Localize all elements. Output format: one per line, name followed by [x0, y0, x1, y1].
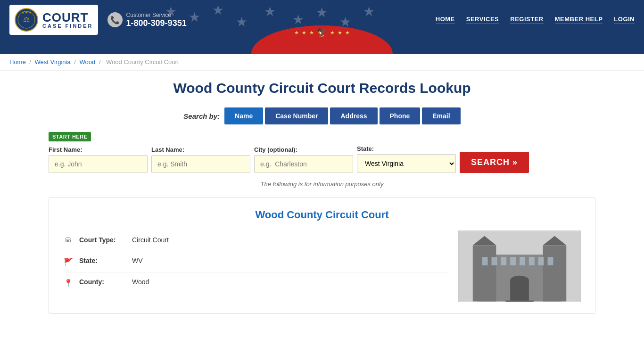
court-info-left: 🏛 Court Type: Circuit Court 🚩 State: WV …	[63, 230, 449, 302]
tab-address[interactable]: Address	[330, 107, 377, 124]
svg-rect-15	[529, 257, 535, 265]
star-deco: ★	[264, 4, 276, 19]
court-info-layout: 🏛 Court Type: Circuit Court 🚩 State: WV …	[63, 230, 581, 302]
logo-emblem-icon: ⚖ ★ ★ ★	[14, 8, 39, 32]
breadcrumb-sep-3: /	[99, 58, 102, 66]
eagle-stars: ★ ★ ★ 🦅 ★ ★ ★	[294, 27, 350, 38]
svg-rect-20	[505, 300, 534, 302]
star-deco: ★	[316, 5, 328, 20]
page-title: Wood County Circuit Court Records Lookup	[49, 80, 595, 96]
search-by-label: Search by:	[183, 112, 220, 120]
search-form-container: START HERE First Name: Last Name: City (…	[49, 132, 595, 173]
court-county-label: County:	[79, 278, 126, 286]
svg-point-19	[510, 276, 529, 285]
tab-name[interactable]: Name	[224, 107, 263, 124]
star-deco: ★	[363, 4, 375, 19]
search-by-row: Search by: Name Case Number Address Phon…	[49, 107, 595, 124]
svg-rect-17	[548, 257, 553, 265]
svg-rect-16	[538, 257, 544, 265]
breadcrumb-county[interactable]: Wood	[80, 58, 96, 66]
city-group: City (optional):	[254, 146, 353, 173]
search-form: First Name: Last Name: City (optional): …	[49, 145, 595, 173]
nav-member-help[interactable]: MEMBER HELP	[555, 16, 603, 24]
svg-rect-6	[473, 245, 496, 301]
svg-rect-12	[501, 257, 506, 265]
star-left-3: ★	[309, 30, 314, 36]
state-label: State:	[357, 145, 456, 152]
search-tabs: Name Case Number Address Phone Email	[224, 107, 461, 124]
tab-case-number[interactable]: Case Number	[265, 107, 328, 124]
nav-home[interactable]: HOME	[436, 16, 455, 24]
breadcrumb-state[interactable]: West Virginia	[35, 58, 71, 66]
star-deco: ★	[292, 12, 304, 27]
svg-rect-11	[491, 257, 497, 265]
eagle-banner: ★ ★ ★ 🦅 ★ ★ ★	[0, 40, 644, 54]
last-name-input[interactable]	[151, 155, 250, 173]
nav-register[interactable]: REGISTER	[510, 16, 543, 24]
city-input[interactable]	[254, 155, 353, 173]
star-right-1: ★	[330, 30, 335, 36]
breadcrumb-current: Wood County Circuit Court	[106, 58, 179, 66]
court-card: Wood County Circuit Court 🏛 Court Type: …	[49, 197, 595, 314]
map-icon: 📍	[63, 279, 74, 288]
cs-info: Customer Service 1-800-309-9351	[126, 12, 187, 28]
search-button[interactable]: SEARCH »	[460, 152, 529, 173]
building-svg	[459, 231, 580, 302]
breadcrumb: Home / West Virginia / Wood / Wood Count…	[0, 54, 644, 71]
logo-text: COURT CASE FINDER	[42, 11, 93, 29]
star-left-2: ★	[302, 30, 306, 36]
cs-phone: 1-800-309-9351	[126, 18, 187, 28]
city-label: City (optional):	[254, 146, 353, 153]
svg-rect-10	[482, 257, 488, 265]
court-state-value: WV	[132, 257, 143, 264]
first-name-label: First Name:	[49, 146, 148, 153]
nav-services[interactable]: SERVICES	[466, 16, 499, 24]
star-right-2: ★	[338, 30, 342, 36]
svg-rect-7	[543, 245, 567, 301]
state-select[interactable]: West Virginia	[357, 154, 456, 173]
start-here-badge: START HERE	[49, 132, 91, 141]
first-name-input[interactable]	[49, 155, 148, 173]
court-county-row: 📍 County: Wood	[63, 272, 449, 293]
svg-text:⚖: ⚖	[23, 16, 30, 24]
star-deco: ★	[212, 2, 224, 18]
flag-icon: 🚩	[63, 257, 74, 266]
last-name-label: Last Name:	[151, 146, 250, 153]
court-type-value: Circuit Court	[132, 236, 169, 244]
header-left: ⚖ ★ ★ ★ COURT CASE FINDER 📞 Customer Ser…	[9, 5, 187, 35]
star-deco: ★	[236, 14, 248, 30]
last-name-group: Last Name:	[151, 146, 250, 173]
breadcrumb-sep-2: /	[74, 58, 77, 66]
logo-court-label: COURT	[42, 11, 93, 24]
svg-text:★ ★ ★: ★ ★ ★	[21, 11, 32, 14]
breadcrumb-home[interactable]: Home	[9, 58, 26, 66]
court-state-label: State:	[79, 257, 126, 264]
court-county-value: Wood	[132, 278, 149, 286]
cs-label: Customer Service	[126, 12, 187, 18]
main-content: Wood County Circuit Court Records Lookup…	[39, 71, 605, 323]
first-name-group: First Name:	[49, 146, 148, 173]
breadcrumb-sep-1: /	[29, 58, 33, 66]
court-type-row: 🏛 Court Type: Circuit Court	[63, 230, 449, 251]
state-group: State: West Virginia	[357, 145, 456, 173]
phone-icon: 📞	[107, 12, 123, 27]
star-left-1: ★	[294, 30, 299, 36]
customer-service: 📞 Customer Service 1-800-309-9351	[107, 12, 187, 28]
star-deco: ★	[189, 9, 200, 25]
svg-rect-14	[520, 257, 525, 265]
tab-phone[interactable]: Phone	[380, 107, 421, 124]
court-building-image	[458, 230, 581, 302]
star-right-3: ★	[345, 30, 350, 36]
main-nav: HOME SERVICES REGISTER MEMBER HELP LOGIN	[436, 16, 635, 24]
court-type-label: Court Type:	[79, 236, 126, 244]
logo-case-finder-label: CASE FINDER	[42, 24, 93, 29]
svg-rect-13	[510, 257, 516, 265]
eagle-icon: 🦅	[317, 27, 327, 38]
court-state-row: 🚩 State: WV	[63, 251, 449, 272]
site-logo[interactable]: ⚖ ★ ★ ★ COURT CASE FINDER	[9, 5, 98, 35]
info-note: The following is for information purpose…	[49, 181, 595, 188]
court-card-title: Wood County Circuit Court	[63, 209, 581, 221]
courthouse-icon: 🏛	[63, 237, 74, 245]
nav-login[interactable]: LOGIN	[614, 16, 635, 24]
tab-email[interactable]: Email	[422, 107, 460, 124]
